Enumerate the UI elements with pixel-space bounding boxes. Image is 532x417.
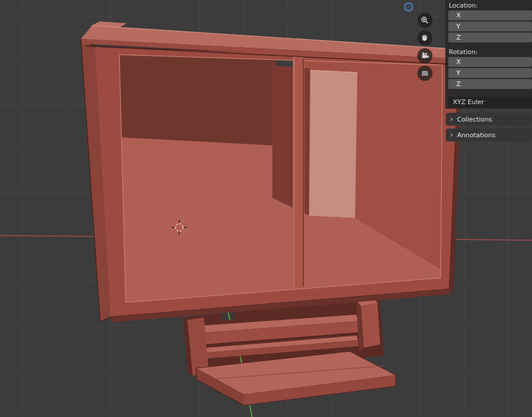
cabinet-mullion — [293, 56, 304, 289]
rotation-y-field[interactable]: Y — [448, 68, 532, 78]
interior-panel-dark — [272, 65, 310, 215]
zoom-button[interactable] — [417, 13, 432, 28]
location-label: Location: — [445, 1, 532, 10]
collections-panel-header[interactable]: › Collections — [446, 113, 531, 126]
toggle-projection-button[interactable] — [417, 66, 432, 81]
sidebar-transform-panel: Location: X Y Z Rotation: X Y Z XYZ Eule… — [445, 0, 532, 109]
pan-hand-icon — [420, 33, 430, 42]
model-cabinet[interactable] — [81, 22, 462, 322]
chevron-right-icon: › — [450, 131, 453, 138]
rotation-x-field[interactable]: X — [448, 57, 532, 67]
location-y-field[interactable]: Y — [448, 22, 532, 31]
camera-view-icon — [420, 51, 430, 60]
location-z-field[interactable]: Z — [448, 33, 532, 42]
chevron-right-icon: › — [450, 115, 453, 123]
camera-view-button[interactable] — [417, 48, 432, 63]
model-base[interactable] — [183, 298, 396, 417]
interior-panel-pink — [309, 70, 357, 218]
annotations-panel-header[interactable]: › Annotations — [446, 129, 531, 141]
toggle-projection-grid-icon — [420, 69, 430, 78]
pan-view-button[interactable] — [417, 30, 432, 45]
blender-3d-viewport[interactable]: Location: X Y Z Rotation: X Y Z XYZ Eule… — [0, 0, 532, 417]
nav-gizmo-axis-ball[interactable] — [405, 3, 413, 11]
cabinet-interior — [119, 52, 445, 306]
rotation-mode-dropdown[interactable]: XYZ Euler — [448, 97, 532, 108]
collections-panel-label: Collections — [457, 116, 492, 123]
annotations-panel-label: Annotations — [457, 131, 495, 139]
zoom-icon — [420, 16, 430, 25]
rotation-label: Rotation: — [445, 47, 532, 57]
location-x-field[interactable]: X — [448, 10, 532, 20]
rotation-z-field[interactable]: Z — [448, 79, 532, 89]
